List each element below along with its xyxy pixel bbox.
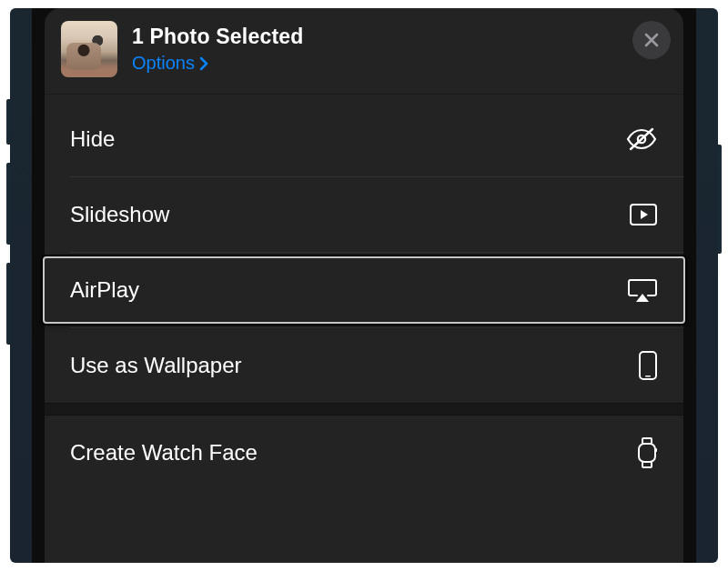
phone-screen: 1 Photo Selected Options — [32, 8, 696, 563]
svg-rect-5 — [655, 448, 657, 452]
action-create-watch-face[interactable]: Create Watch Face — [45, 416, 683, 490]
action-label: Create Watch Face — [70, 440, 258, 466]
phone-frame: 1 Photo Selected Options — [10, 8, 718, 563]
action-hide[interactable]: Hide — [45, 102, 683, 176]
close-icon — [643, 32, 660, 48]
action-list: Hide Slideshow — [45, 95, 683, 490]
iphone-icon — [638, 350, 658, 381]
action-slideshow[interactable]: Slideshow — [45, 177, 683, 252]
action-airplay[interactable]: AirPlay — [45, 253, 683, 327]
chevron-right-icon — [198, 56, 209, 71]
header-text-group: 1 Photo Selected Options — [132, 25, 304, 74]
share-sheet: 1 Photo Selected Options — [45, 8, 683, 563]
svg-rect-4 — [639, 444, 655, 462]
action-label: Slideshow — [70, 202, 169, 227]
selection-count-label: 1 Photo Selected — [132, 25, 304, 49]
action-label: Hide — [70, 126, 115, 152]
group-separator — [45, 403, 683, 416]
close-button[interactable] — [632, 21, 671, 59]
phone-side-button — [6, 99, 10, 145]
phone-side-button — [718, 145, 722, 254]
options-link-label: Options — [132, 53, 195, 74]
action-label: AirPlay — [70, 277, 139, 303]
phone-side-button — [6, 163, 10, 245]
action-use-as-wallpaper[interactable]: Use as Wallpaper — [45, 328, 683, 403]
screenshot-root: 1 Photo Selected Options — [0, 0, 728, 571]
selected-photo-thumbnail[interactable] — [61, 21, 117, 77]
options-link[interactable]: Options — [132, 53, 304, 74]
svg-rect-2 — [640, 352, 656, 379]
action-label: Use as Wallpaper — [70, 353, 242, 378]
airplay-icon — [627, 277, 658, 303]
phone-side-button — [6, 263, 10, 345]
eye-slash-icon — [625, 126, 658, 152]
share-sheet-header: 1 Photo Selected Options — [45, 8, 683, 94]
apple-watch-icon — [636, 436, 658, 469]
play-rect-icon — [629, 203, 658, 226]
svg-rect-3 — [645, 376, 651, 377]
